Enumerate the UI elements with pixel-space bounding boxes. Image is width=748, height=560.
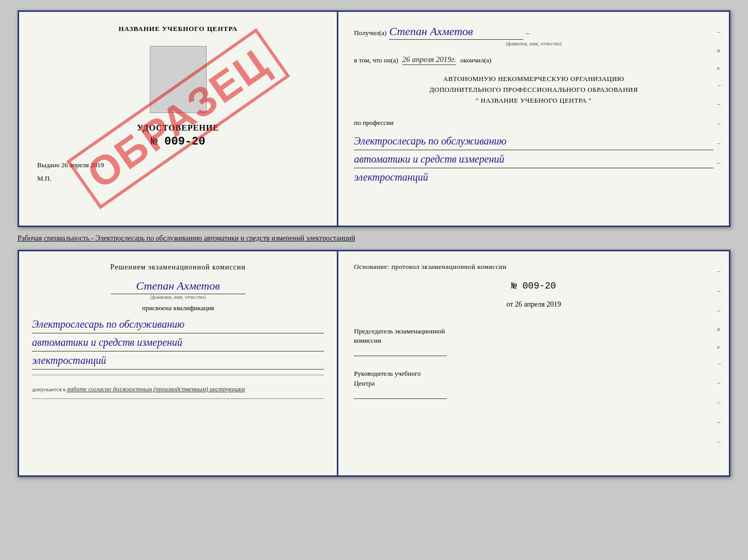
margin-8: – — [717, 158, 723, 167]
margin-5: – — [717, 100, 723, 108]
received-label-row: Получил(а) Степан Ахметов – — [354, 25, 713, 40]
chairman-label: Председатель экзаменационной комиссии — [354, 327, 713, 356]
bottom-left-panel: Решением экзаменационной комиссии Степан… — [19, 251, 338, 475]
bottom-right-margins: – – – и а ← – – – – — [717, 267, 723, 445]
fio-label-top: (фамилия, имя, отчество) — [354, 41, 713, 46]
dash-after-name: – — [526, 29, 529, 37]
top-org-name: НАЗВАНИЕ УЧЕБНОГО ЦЕНТРА — [118, 25, 238, 33]
protocol-date-value: 26 апреля 2019 — [515, 300, 561, 308]
assigned-label: присвоена квалификация — [32, 304, 324, 312]
top-document: НАЗВАНИЕ УЧЕБНОГО ЦЕНТРА УДОСТОВЕРЕНИЕ №… — [18, 10, 730, 227]
chairman-line2: комиссии — [354, 336, 713, 345]
bmargin-9: – — [717, 418, 723, 426]
bottom-document: Решением экзаменационной комиссии Степан… — [18, 250, 730, 477]
margin-6: – — [717, 119, 723, 127]
profession-line3-top: электростанций — [354, 169, 713, 186]
qual-line3: электростанций — [32, 353, 324, 370]
margin-4: ← — [717, 82, 723, 88]
bottom-recipient-name: Степан Ахметов — [111, 279, 245, 294]
bmargin-1: – — [717, 267, 723, 275]
received-block: Получил(а) Степан Ахметов – (фамилия, им… — [354, 25, 713, 46]
director-label: Руководитель учебного Центра — [354, 369, 713, 398]
director-line1: Руководитель учебного — [354, 369, 713, 378]
bmargin-6: ← — [717, 361, 723, 367]
bmargin-3: – — [717, 306, 723, 314]
org-line3: " НАЗВАНИЕ УЧЕБНОГО ЦЕНТРА " — [354, 95, 713, 106]
protocol-number: № 009-20 — [354, 281, 713, 291]
qual-line2: автоматики и средств измерений — [32, 334, 324, 351]
director-line2: Центра — [354, 379, 713, 388]
photo-placeholder — [150, 46, 207, 113]
date-line-top: в том, что он(а) 26 апреля 2019г. окончи… — [354, 55, 713, 65]
decision-line1: Решением экзаменационной комиссии — [111, 263, 246, 271]
margin-1: – — [717, 27, 723, 36]
specialty-label: Рабочая специальность - Электрослесарь п… — [18, 231, 730, 246]
right-margin-lines: – и а ← – – – – — [717, 27, 723, 167]
bmargin-5: а — [717, 343, 723, 349]
profession-label-top: по профессии — [354, 119, 713, 127]
profession-block-top: Электрослесарь по обслуживанию автоматик… — [354, 133, 713, 186]
allowed-separator — [32, 398, 324, 399]
org-line1: АВТОНОМНУЮ НЕКОММЕРЧЕСКУЮ ОРГАНИЗАЦИЮ — [354, 74, 713, 85]
main-container: НАЗВАНИЕ УЧЕБНОГО ЦЕНТРА УДОСТОВЕРЕНИЕ №… — [18, 10, 730, 477]
bmargin-10: – — [717, 437, 723, 445]
profession-line1-top: Электрослесарь по обслуживанию — [354, 133, 713, 150]
date-value-top: 26 апреля 2019г. — [402, 55, 456, 65]
allowed-prefix: допускается к — [32, 386, 66, 392]
bmargin-4: и — [717, 326, 723, 332]
profession-line2-top: автоматики и средств измерений — [354, 151, 713, 168]
bottom-right-panel: – – – и а ← – – – – Основание: протокол … — [338, 251, 729, 475]
recipient-name-top: Степан Ахметов — [389, 25, 523, 40]
top-right-panel: – и а ← – – – – Получил(а) Степан Ахмето… — [338, 12, 729, 226]
date-prefix-top: в том, что он(а) — [354, 56, 398, 65]
margin-3: а — [717, 65, 723, 71]
bottom-recipient-block: Степан Ахметов (фамилия, имя, отчество) — [32, 279, 324, 300]
margin-7: – — [717, 139, 723, 147]
bmargin-7: – — [717, 378, 723, 387]
director-sign-line — [354, 398, 447, 399]
issued-date: 26 апреля 2019 — [61, 161, 104, 169]
mp-label: М.П. — [32, 174, 51, 183]
bmargin-2: – — [717, 286, 723, 295]
chairman-line1: Председатель экзаменационной — [354, 327, 713, 336]
issued-label: Выдано — [37, 161, 59, 169]
bottom-fio-label: (фамилия, имя, отчество) — [32, 294, 324, 300]
protocol-date-prefix: от — [506, 300, 513, 308]
margin-2: и — [717, 47, 723, 53]
allowed-line: допускается к работе согласно должностны… — [32, 386, 324, 393]
decision-text: Решением экзаменационной комиссии — [32, 262, 324, 273]
bmargin-8: – — [717, 398, 723, 406]
org-line2: ДОПОЛНИТЕЛЬНОГО ПРОФЕССИОНАЛЬНОГО ОБРАЗО… — [354, 85, 713, 95]
issued-line: Выдано 26 апреля 2019 — [32, 161, 324, 169]
basis-text: Основание: протокол экзаменационной коми… — [354, 262, 713, 272]
protocol-date: от 26 апреля 2019 — [354, 300, 713, 309]
org-block-top: АВТОНОМНУЮ НЕКОММЕРЧЕСКУЮ ОРГАНИЗАЦИЮ ДО… — [354, 74, 713, 106]
qualification-block: Электрослесарь по обслуживанию автоматик… — [32, 316, 324, 370]
finished-label: окончил(а) — [460, 56, 491, 65]
allowed-italic: работе согласно должностным (производств… — [67, 386, 245, 393]
received-prefix: Получил(а) — [354, 29, 386, 37]
cert-title: УДОСТОВЕРЕНИЕ — [137, 123, 219, 133]
qual-separator — [32, 375, 324, 375]
cert-number: № 009-20 — [151, 135, 206, 148]
chairman-sign-line — [354, 356, 447, 356]
top-left-panel: НАЗВАНИЕ УЧЕБНОГО ЦЕНТРА УДОСТОВЕРЕНИЕ №… — [19, 12, 338, 226]
qual-line1: Электрослесарь по обслуживанию — [32, 316, 324, 333]
